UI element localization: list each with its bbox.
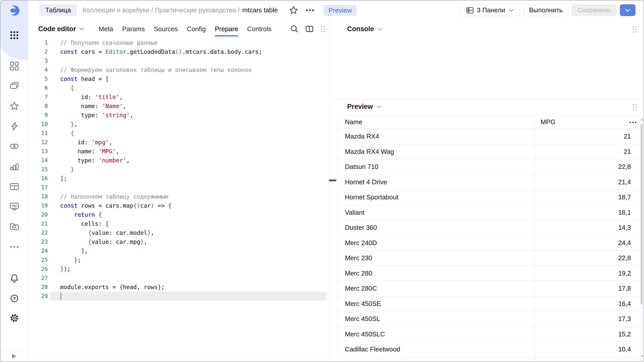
- tab-params[interactable]: Params: [122, 21, 145, 37]
- cell-name: Merc 450SE: [338, 296, 535, 311]
- topbar-actions: 3 Панели Выполнить Сохранено: [460, 4, 635, 16]
- line-number: 19: [28, 201, 48, 210]
- tab-meta[interactable]: Meta: [99, 21, 113, 37]
- cell-name: Merc 230: [338, 251, 535, 266]
- panel-splitter: [329, 20, 330, 361]
- topbar: Таблица Коллекции и воркбуки / Практичес…: [28, 1, 643, 20]
- text-cursor: [61, 293, 61, 300]
- table-row: Merc 28019,2: [338, 266, 641, 281]
- drag-handle-icon[interactable]: [632, 103, 637, 111]
- tab-prepare[interactable]: Prepare: [215, 21, 238, 37]
- table-icon[interactable]: [9, 182, 19, 192]
- apps-grid-icon[interactable]: [9, 30, 19, 40]
- drag-handle-icon[interactable]: [632, 26, 637, 33]
- save-dropdown-button[interactable]: [620, 4, 635, 16]
- editor-view-select[interactable]: Code editor: [38, 25, 85, 33]
- breadcrumb[interactable]: Коллекции и воркбуки / Практические руко…: [83, 1, 278, 20]
- code-line: 1// Получаем скачанные данные: [28, 38, 329, 47]
- cell-mpg: 18,1: [535, 205, 641, 220]
- tab-config[interactable]: Config: [187, 21, 206, 37]
- cell-name: Hornet 4 Drive: [338, 175, 535, 190]
- table-row: Mazda RX421: [338, 129, 641, 144]
- code-line: 4// Формируем заголовок таблицы и описыв…: [28, 65, 329, 74]
- more-ellipsis-icon[interactable]: [9, 242, 19, 252]
- code-lines[interactable]: 1// Получаем скачанные данные2const cars…: [28, 38, 329, 361]
- datalens-logo-icon[interactable]: [9, 6, 19, 16]
- run-button-label: Выполнить: [529, 6, 563, 14]
- table-menu-button[interactable]: [627, 120, 638, 125]
- line-number: 20: [28, 210, 48, 219]
- gear-icon[interactable]: [9, 313, 19, 323]
- table-row: Merc 23022,8: [338, 251, 641, 266]
- code-line: 20 return {: [28, 210, 329, 219]
- code-line: 21 cells: [: [28, 219, 329, 228]
- console-header[interactable]: Console: [347, 25, 384, 33]
- monitor-pulse-icon[interactable]: [9, 201, 19, 211]
- drag-handle-icon[interactable]: [320, 25, 326, 33]
- code-line: 16];: [28, 174, 329, 183]
- line-number: 22: [28, 228, 48, 237]
- cell-mpg: 17,3: [535, 311, 641, 327]
- code-editor-panel: Code editor MetaParamsSourcesConfigPrepa…: [28, 20, 329, 361]
- line-number: 23: [28, 237, 48, 246]
- scrollbar-down-arrow[interactable]: [640, 355, 643, 357]
- star-icon: [289, 6, 298, 15]
- ellipsis-icon: [306, 9, 314, 12]
- lightning-icon[interactable]: [9, 121, 19, 131]
- bar-chart-icon[interactable]: [9, 161, 19, 171]
- chevron-down-icon: [508, 7, 514, 13]
- dashboard-grid-icon[interactable]: [9, 61, 19, 71]
- saved-button-label: Сохранено: [577, 6, 611, 14]
- scrollbar-up-arrow[interactable]: [640, 118, 643, 121]
- help-icon[interactable]: ?: [9, 293, 19, 303]
- scrollbar-thumb[interactable]: [640, 124, 643, 304]
- line-number: 17: [28, 183, 48, 192]
- preview-header[interactable]: Preview: [347, 103, 382, 111]
- cell-mpg: 22,8: [535, 159, 641, 174]
- line-number: 7: [28, 93, 48, 102]
- split-view-icon[interactable]: [305, 25, 314, 33]
- cell-mpg: 21: [535, 144, 641, 159]
- code-line: 11 {: [28, 129, 329, 138]
- code-line: 12 id: 'mpg',: [28, 138, 329, 147]
- breadcrumb-path[interactable]: Коллекции и воркбуки / Практические руко…: [83, 6, 240, 14]
- more-actions-button[interactable]: [305, 5, 315, 15]
- cell-mpg: 19,2: [535, 266, 641, 281]
- cell-name: Valiant: [338, 205, 535, 220]
- run-button[interactable]: Выполнить: [523, 4, 569, 16]
- cell-mpg: 21,4: [535, 175, 641, 190]
- cell-name: Datsun 710: [338, 159, 535, 174]
- line-number: 28: [28, 283, 48, 292]
- chevron-down-icon: [78, 26, 85, 32]
- table-row: Merc 240D24,4: [338, 236, 641, 251]
- panels-select[interactable]: 3 Панели: [460, 4, 520, 16]
- favorites-star-icon[interactable]: [9, 101, 19, 111]
- tab-controls[interactable]: Controls: [247, 21, 271, 37]
- panel-splitter-handle[interactable]: [329, 179, 336, 181]
- cell-mpg: 15,2: [535, 327, 641, 342]
- code-line: 9 type: 'string',: [28, 111, 329, 120]
- column-header-mpg[interactable]: MPG: [535, 115, 641, 129]
- table-row: Datsun 71022,8: [338, 159, 641, 175]
- code-line: 19const rows = cars.map((car) => {: [28, 201, 329, 210]
- preview-mode-button[interactable]: Preview: [324, 5, 357, 16]
- folder-cloud-icon[interactable]: [9, 221, 19, 232]
- code-line: 23 {value: car.mpg},: [28, 237, 329, 246]
- table-row: Merc 450SLC15,2: [338, 327, 641, 342]
- bell-icon[interactable]: [9, 273, 19, 283]
- line-number: 24: [28, 246, 48, 255]
- tab-sources[interactable]: Sources: [154, 21, 178, 37]
- line-number: 16: [28, 174, 48, 183]
- code-line: 13 name: 'MPG',: [28, 147, 329, 156]
- collections-icon[interactable]: [9, 81, 19, 91]
- line-number: 21: [28, 219, 48, 228]
- search-icon[interactable]: [290, 25, 299, 33]
- preview-table-scrollbar[interactable]: [640, 115, 643, 361]
- column-header-name[interactable]: Name: [338, 115, 535, 129]
- table-row: Merc 280C17,8: [338, 281, 641, 296]
- expand-sidebar-icon[interactable]: [11, 353, 17, 359]
- favorite-star-button[interactable]: [289, 5, 299, 15]
- cell-name: Cadillac Fleetwood: [338, 342, 535, 357]
- table-row: Cadillac Fleetwood10,4: [338, 342, 641, 357]
- linked-circles-icon[interactable]: [9, 141, 19, 151]
